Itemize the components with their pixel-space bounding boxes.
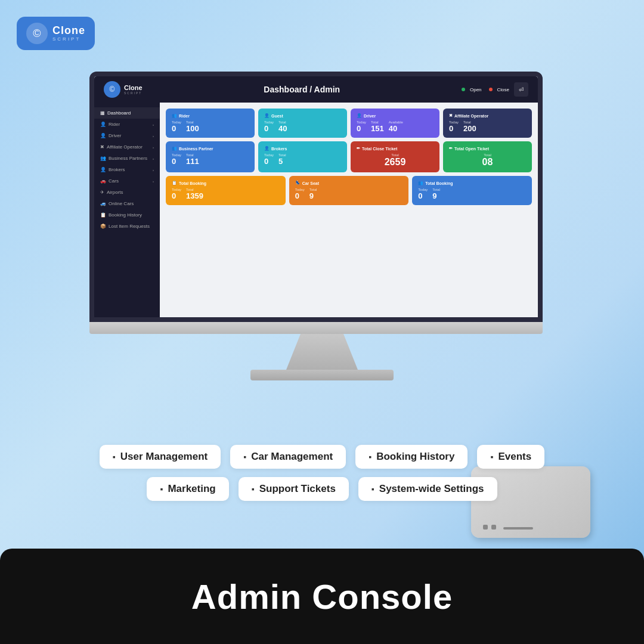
bullet-icon-5: ▪ xyxy=(160,484,163,494)
sidebar-label-booking: Booking History xyxy=(109,212,142,218)
card-open-ticket-total: Total 08 xyxy=(449,153,526,168)
mac-mini-port-2 xyxy=(491,525,496,530)
card-car-seat[interactable]: 💺 Car Seat Today 0 Total 9 xyxy=(289,176,409,205)
sidebar-item-rider[interactable]: 👤 Rider › xyxy=(94,119,160,130)
rider-total: Total 100 xyxy=(186,120,199,133)
cars-icon: 🚗 xyxy=(100,178,106,184)
card-close-ticket[interactable]: ✏ Total Close Ticket Total 2659 xyxy=(351,141,439,172)
card-affiliate[interactable]: ✖ Affiliate Operator Today 0 Total xyxy=(443,109,532,138)
features-row-2: ▪ Marketing ▪ Support Tickets ▪ System-w… xyxy=(54,477,590,501)
card-close-ticket-total: Total 2659 xyxy=(357,153,434,168)
card-brokers[interactable]: 👤 Brokers Today 0 Total 5 xyxy=(258,141,347,172)
feature-marketing: ▪ Marketing xyxy=(147,477,228,501)
guest-card-icon: 👤 xyxy=(264,113,270,118)
sidebar-item-dashboard[interactable]: ▦ Dashboard xyxy=(94,107,160,119)
card-open-ticket[interactable]: ✏ Total Open Ticket Total 08 xyxy=(443,141,532,172)
sidebar-label-affiliate: Affiliate Operator xyxy=(107,144,143,150)
monitor-screen: © Clone SCRIPT Dashboard / Admin Open Cl… xyxy=(89,72,543,322)
open-status-dot xyxy=(462,88,465,91)
card-total-booking-2-values: Today 0 Total 9 xyxy=(418,188,526,200)
close-status-label: Close xyxy=(497,87,509,92)
logo-brand: Clone xyxy=(52,25,85,37)
affiliate-total: Total 200 xyxy=(463,120,476,133)
dash-logo-text-block: Clone SCRIPT xyxy=(124,84,143,95)
card-rider[interactable]: 👥 Rider Today 0 Total 100 xyxy=(166,109,255,138)
business-icon: 👥 xyxy=(100,156,106,161)
header-status: Open Close ⏎ xyxy=(462,82,528,97)
card-total-booking[interactable]: 📋 Total Booking Today 0 Total xyxy=(166,176,286,205)
feature-events: ▪ Events xyxy=(477,445,544,469)
card-affiliate-values: Today 0 Total 200 xyxy=(449,120,526,133)
dash-logo-sub: SCRIPT xyxy=(124,91,143,95)
bullet-icon-3: ▪ xyxy=(369,452,371,462)
airports-icon: ✈ xyxy=(100,190,104,195)
affiliate-today: Today 0 xyxy=(449,120,459,133)
card-business[interactable]: 👥 Business Partner Today 0 Total xyxy=(166,141,255,172)
dash-logo: © Clone SCRIPT xyxy=(104,81,143,98)
sidebar-item-brokers[interactable]: 👤 Brokers › xyxy=(94,164,160,175)
chevron-right-icon2: › xyxy=(153,134,154,138)
chevron-right-icon6: › xyxy=(153,179,154,183)
features-row-1: ▪ User Management ▪ Car Management ▪ Boo… xyxy=(54,445,590,469)
sidebar-item-lost[interactable]: 📦 Lost Item Requests xyxy=(94,221,160,232)
mac-mini-port-1 xyxy=(483,525,488,530)
sidebar-label-business: Business Partners xyxy=(109,156,147,161)
card-open-ticket-title: ✏ Total Open Ticket xyxy=(449,146,526,151)
feature-settings-label: System-wide Settings xyxy=(379,483,484,495)
sidebar-item-cars[interactable]: 🚗 Cars › xyxy=(94,175,160,187)
rider-card-icon: 👥 xyxy=(172,113,177,118)
sidebar-item-business[interactable]: 👥 Business Partners › xyxy=(94,153,160,164)
card-rider-values: Today 0 Total 100 xyxy=(172,120,249,133)
rider-today: Today 0 xyxy=(172,120,181,133)
sidebar-item-airports[interactable]: ✈ Airports xyxy=(94,187,160,198)
card-brokers-title: 👤 Brokers xyxy=(264,146,341,151)
card-brokers-values: Today 0 Total 5 xyxy=(264,153,341,166)
open-ticket-icon: ✏ xyxy=(449,146,453,151)
affiliate-card-icon: ✖ xyxy=(449,113,453,118)
business-total: Total 111 xyxy=(186,153,199,166)
card-business-title: 👥 Business Partner xyxy=(172,146,249,151)
business-card-icon: 👥 xyxy=(172,146,177,151)
total-booking-total: Total 1359 xyxy=(186,188,203,200)
card-car-seat-title: 💺 Car Seat xyxy=(295,181,403,185)
logout-button[interactable]: ⏎ xyxy=(514,82,528,97)
total-booking-icon: 📋 xyxy=(172,181,177,185)
sidebar-item-booking[interactable]: 📋 Booking History xyxy=(94,209,160,221)
dash-body: ▦ Dashboard 👤 Rider › 👤 Driver › ✖ xyxy=(94,103,538,317)
card-total-booking-values: Today 0 Total 1359 xyxy=(172,188,280,200)
feature-settings: ▪ System-wide Settings xyxy=(358,477,497,501)
card-total-booking-2-title: 👥 Total Booking xyxy=(418,181,526,185)
sidebar-item-affiliate[interactable]: ✖ Affiliate Operator › xyxy=(94,141,160,153)
stats-row-1: 👥 Rider Today 0 Total 100 xyxy=(166,109,532,138)
sidebar-label-brokers: Brokers xyxy=(109,167,125,172)
card-affiliate-title: ✖ Affiliate Operator xyxy=(449,113,526,118)
monitor-base xyxy=(250,370,394,380)
card-total-booking-2[interactable]: 👥 Total Booking Today 0 Total xyxy=(412,176,532,205)
sidebar-label-onlinecars: Online Cars xyxy=(109,201,134,206)
card-close-ticket-title: ✏ Total Close Ticket xyxy=(357,146,434,151)
sidebar-item-driver[interactable]: 👤 Driver › xyxy=(94,130,160,141)
main-content: 👥 Rider Today 0 Total 100 xyxy=(160,103,538,317)
card-guest[interactable]: 👤 Guest Today 0 Total 40 xyxy=(258,109,347,138)
affiliate-icon: ✖ xyxy=(100,144,104,150)
sidebar-label-driver: Driver xyxy=(109,133,121,138)
feature-marketing-label: Marketing xyxy=(168,483,215,495)
card-driver[interactable]: 👤 Driver Today 0 Total 151 xyxy=(351,109,439,138)
guest-total: Total 40 xyxy=(278,120,287,133)
brand-logo: © Clone SCRIPT xyxy=(17,17,95,50)
admin-banner-text: Admin Console xyxy=(191,577,453,617)
card-total-booking-title: 📋 Total Booking xyxy=(172,181,280,185)
bullet-icon: ▪ xyxy=(113,452,116,462)
total-booking-2-icon: 👥 xyxy=(418,181,423,185)
brokers-card-icon: 👤 xyxy=(264,146,270,151)
feature-support-label: Support Tickets xyxy=(259,483,336,495)
total-booking-2-total: Total 9 xyxy=(432,188,440,200)
dashboard-ui: © Clone SCRIPT Dashboard / Admin Open Cl… xyxy=(94,76,538,317)
sidebar-item-onlinecars[interactable]: 🚙 Online Cars xyxy=(94,198,160,209)
total-booking-today: Today 0 xyxy=(172,188,181,200)
card-driver-title: 👤 Driver xyxy=(357,113,434,118)
close-status-dot xyxy=(489,88,493,91)
mac-mini-power xyxy=(503,527,533,530)
stats-row-2: 👥 Business Partner Today 0 Total xyxy=(166,141,532,172)
logo-sub: SCRIPT xyxy=(52,36,85,42)
